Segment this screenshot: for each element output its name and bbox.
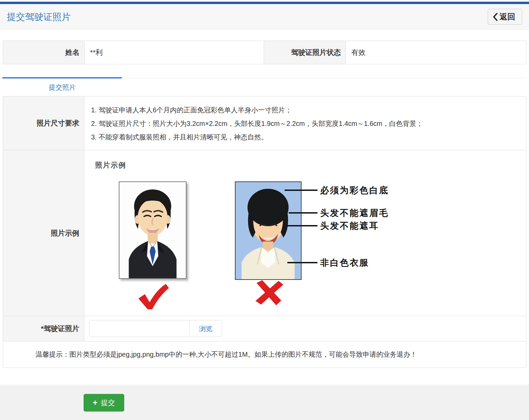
- annotation-non-white-clothes: 非白色衣服: [287, 257, 369, 268]
- license-photo-file-input[interactable]: [89, 320, 190, 337]
- tab-strip: 提交照片: [3, 78, 526, 96]
- photo-status-label: 驾驶证照片状态: [264, 41, 346, 64]
- page-title: 提交驾驶证照片: [7, 11, 71, 23]
- examples-row: 照片示例 照片示例: [3, 150, 526, 316]
- check-icon: [136, 283, 170, 309]
- upload-tip: 温馨提示：图片类型必须是jpeg,jpg,png,bmp中的一种,大小不可超过1…: [3, 341, 526, 368]
- correct-photo-example: [119, 181, 186, 279]
- callout-line: [287, 262, 317, 263]
- page-header: 提交驾驶证照片 返回: [0, 4, 529, 30]
- requirements-row: 照片尺寸要求 1. 驾驶证申请人本人6个月内的正面免冠彩色单人半身小一寸照片； …: [3, 96, 526, 150]
- file-input-group: 浏览: [89, 320, 222, 337]
- annotation-hair-eyebrows: 头发不能遮眉毛: [289, 207, 389, 219]
- name-value: **利: [84, 41, 264, 64]
- top-blue-rule: [0, 2, 529, 4]
- examples-label: 照片示例: [3, 150, 84, 316]
- callout-line: [285, 190, 317, 191]
- callout-line: [286, 225, 317, 226]
- requirements-label: 照片尺寸要求: [3, 96, 84, 150]
- photo-form-table: 照片尺寸要求 1. 驾驶证申请人本人6个月内的正面免冠彩色单人半身小一寸照片； …: [3, 96, 526, 368]
- annotation-hair-ears: 头发不能遮耳: [286, 220, 379, 231]
- submit-button-label: 提交: [101, 398, 115, 407]
- requirements-content: 1. 驾驶证申请人本人6个月内的正面免冠彩色单人半身小一寸照片； 2. 驾驶证照…: [84, 96, 526, 150]
- requirement-item: 3. 不能穿着制式服装照相，并且相片清晰可见，神态自然。: [91, 130, 519, 144]
- tab-active-indicator: [2, 77, 122, 79]
- chevron-left-icon: [493, 13, 498, 21]
- examples-content: 照片示例: [84, 150, 526, 316]
- requirement-item: 1. 驾驶证申请人本人6个月内的正面免冠彩色单人半身小一寸照片；: [91, 103, 519, 117]
- photo-status-value: 有效: [346, 41, 526, 64]
- name-label: 姓名: [3, 41, 84, 64]
- back-button-label: 返回: [500, 12, 515, 22]
- plus-icon: +: [93, 399, 97, 407]
- license-photo-label: *驾驶证照片: [3, 316, 84, 341]
- upload-row: *驾驶证照片 浏览: [3, 316, 526, 341]
- callout-line: [289, 212, 317, 214]
- annotation-white-background: 必须为彩色白底: [285, 184, 389, 196]
- submit-button[interactable]: + 提交: [84, 394, 124, 412]
- applicant-info-table: 姓名 **利 驾驶证照片状态 有效: [3, 41, 526, 64]
- back-button[interactable]: 返回: [488, 9, 522, 25]
- browse-button[interactable]: 浏览: [190, 320, 222, 337]
- tab-submit-photo[interactable]: 提交照片: [3, 78, 122, 96]
- cross-icon: [254, 280, 283, 306]
- examples-heading: 照片示例: [95, 160, 126, 170]
- footer-bar: + 提交: [0, 385, 529, 420]
- requirement-item: 2. 驾驶证照片尺寸：照片大小为3.2cm×2.2cm，头部长度1.9cm～2.…: [91, 117, 519, 130]
- upload-content: 浏览: [84, 316, 526, 341]
